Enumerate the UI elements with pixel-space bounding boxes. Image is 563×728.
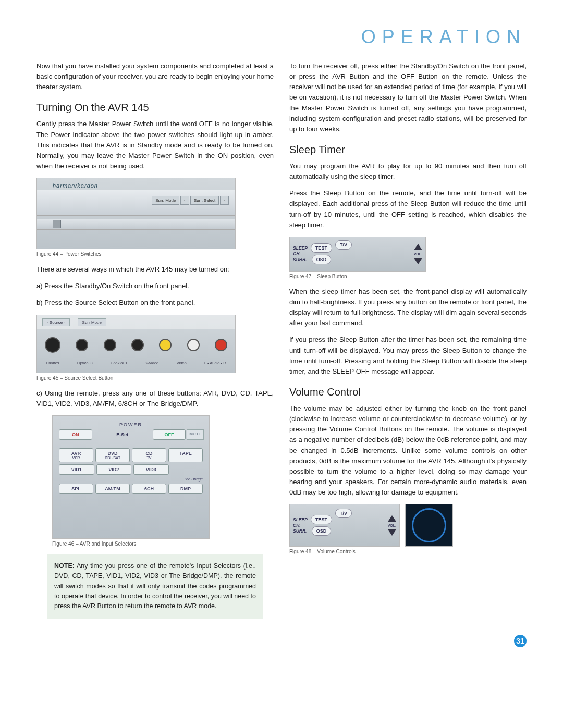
tape-button: TAPE [168,448,203,462]
svideo-jack-icon [131,339,144,351]
figure-45-caption: Figure 45 – Source Select Button [36,375,274,381]
heading-sleep-timer: Sleep Timer [289,144,527,156]
figure-47-sleep-button: SLEEP CH. SURR. TEST OSD T/V VOL. [289,237,426,272]
volume-paragraph: The volume may be adjusted either by tur… [289,403,527,498]
6ch-button: 6CH [132,484,166,494]
test-button: TEST [311,243,332,253]
surr-select-button: Surr. Select [190,196,219,205]
hk-logo-text: harman/kardon [53,182,98,189]
surr-mode-button-2: Surr Mode [78,318,106,326]
video-jack-icon [159,339,172,351]
phones-jack-icon [45,337,60,353]
option-b: b) Press the Source Select Button on the… [36,298,274,308]
note-label: NOTE: [54,562,75,570]
sleep-p2: Press the Sleep Button on the remote, an… [289,188,527,230]
option-a: a) Press the Standby/On Switch on the fr… [36,281,274,291]
cd-button: CDTV [132,448,166,462]
volume-knob-icon [412,508,446,542]
heading-turning-on: Turning On the AVR 145 [36,102,274,114]
vid1-button: VID1 [59,464,94,475]
on-button: ON [59,429,92,440]
amfm-button: AM/FM [95,484,130,494]
avr-button: AVRVCR [59,448,93,462]
volume-up-icon [414,244,422,250]
test-button-2: TEST [311,515,332,524]
dmp-button: DMP [168,484,203,494]
audio-r-jack-icon [215,339,227,351]
figure-48-volume-controls: SLEEP CH. SURR. TEST OSD T/V VOL. [289,504,527,547]
page-number-badge: 31 [36,635,527,647]
page-header: OPERATION [36,26,527,48]
sleep-p1: You may program the AVR to play for up t… [289,161,527,182]
jack-label: Optical 3 [77,361,93,365]
heading-volume-control: Volume Control [289,386,527,398]
note-body: Any time you press one of the remote's I… [54,562,256,610]
vid3-button: VID3 [133,464,169,475]
volume-down-icon-2 [388,529,396,536]
turnoff-paragraph: To turn the receiver off, press either t… [289,61,527,134]
figure-46-avr-input-selectors: POWER ON E-Set OFF MUTE AVRVCR DVDCBL/SA… [52,415,210,539]
osd-button-2: OSD [312,526,332,536]
volume-down-icon [414,258,422,264]
power-label: POWER [58,422,204,427]
osd-button: OSD [312,255,332,264]
sleep-ch-surr-labels: SLEEP CH. SURR. [293,245,308,263]
vid2-button: VID2 [96,464,132,475]
vol-label: VOL. [414,252,422,256]
surr-next-button: › [220,196,229,205]
surr-prev-button: ‹ [180,196,189,205]
volume-up-icon-2 [388,515,396,522]
sleep-p4: If you press the Sleep Button after the … [289,335,527,377]
jack-label: L • Audio • R [204,361,226,365]
audio-l-jack-icon [187,339,200,351]
note-block: NOTE: Any time you press one of the remo… [47,554,263,619]
option-c: c) Using the remote, press any one of th… [36,388,274,409]
mute-button: MUTE [187,429,204,440]
figure-48-caption: Figure 48 – Volume Controls [289,549,527,554]
power-switch-icon [53,220,61,228]
left-column: Now that you have installed your system … [36,61,274,619]
spl-button: SPL [59,484,93,494]
right-column: To turn the receiver off, press either t… [289,61,527,619]
off-button: OFF [153,429,186,440]
tv-button-2: T/V [335,509,352,518]
figure-47-caption: Figure 47 – Sleep Button [289,274,527,279]
figure-44-power-switches: harman/kardon Surr. Mode ‹ Surr. Select … [36,178,236,249]
jack-label: Phones [46,361,59,365]
jack-label: Video [177,361,187,365]
figure-46-caption: Figure 46 – AVR and Input Selectors [52,541,274,547]
the-bridge-label: The Bridge [59,477,203,482]
surr-mode-button: Surr. Mode [152,196,179,205]
source-button: ‹ Source › [42,318,70,326]
tv-button: T/V [335,240,352,250]
vol-label-2: VOL. [388,524,396,527]
dvd-button: DVDCBL/SAT [95,448,130,462]
jack-label: S-Video [145,361,159,365]
several-ways-paragraph: There are several ways in which the AVR … [36,264,274,275]
page-number: 31 [514,635,527,647]
intro-paragraph: Now that you have installed your system … [36,61,274,92]
eset-label: E-Set [93,432,152,437]
figure-45-source-select: ‹ Source › Surr Mode Phones Optical 3 Co… [36,315,236,373]
jack-label: Coaxial 3 [111,361,127,365]
volume-knob-image [405,504,453,547]
turning-on-paragraph: Gently press the Master Power Switch unt… [36,119,274,171]
sleep-ch-surr-labels-2: SLEEP CH. SURR. [293,517,308,534]
coax-jack-icon [104,339,116,351]
optical-jack-icon [76,339,88,351]
sleep-p3: When the sleep timer has been set, the f… [289,287,527,329]
figure-44-caption: Figure 44 – Power Switches [36,251,274,257]
